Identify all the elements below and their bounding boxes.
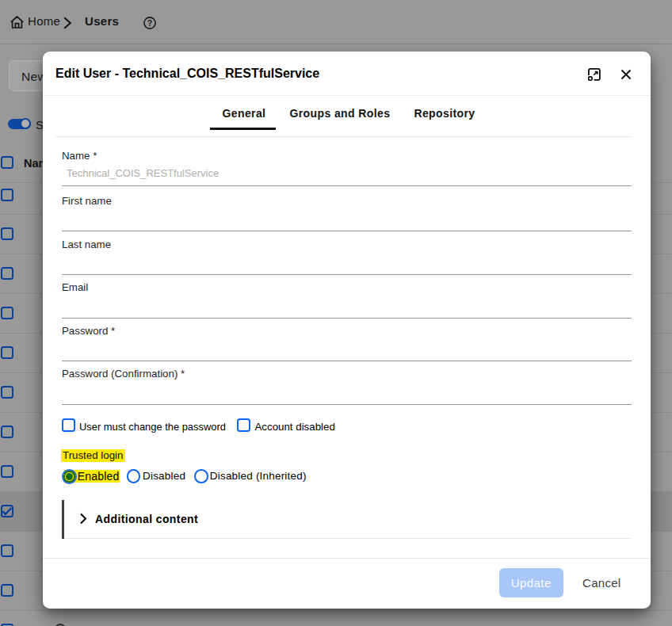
svg-text:?: ? — [147, 18, 151, 28]
